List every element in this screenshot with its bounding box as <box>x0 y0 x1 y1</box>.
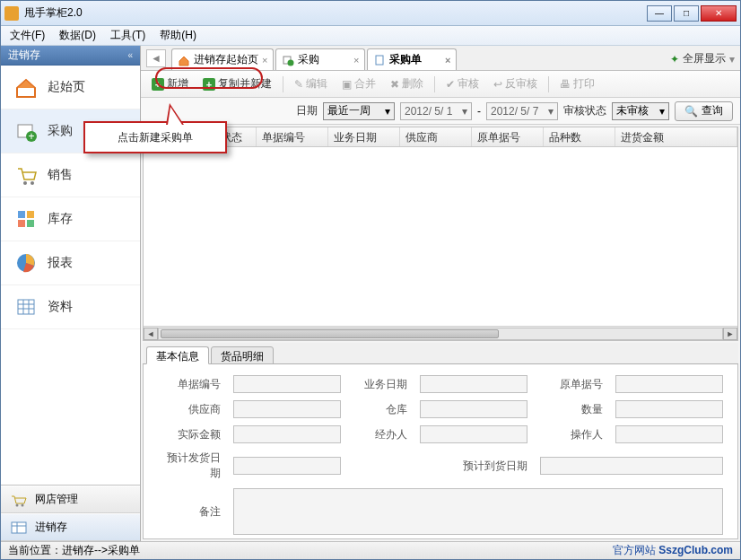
col-docno[interactable]: 单据编号 <box>257 127 328 146</box>
home-icon <box>178 54 190 66</box>
merge-button[interactable]: ▣合并 <box>338 74 379 93</box>
lbl-docno: 单据编号 <box>158 377 221 392</box>
tab-startpage[interactable]: 进销存起始页 × <box>171 48 274 70</box>
new-button[interactable]: +新增 <box>148 74 192 93</box>
lbl-origno: 原单据号 <box>540 377 603 392</box>
menu-help[interactable]: 帮助(H) <box>154 26 202 45</box>
search-button[interactable]: 🔍查询 <box>675 101 733 121</box>
nav-start-page[interactable]: 起始页 <box>1 66 140 109</box>
minimize-button[interactable]: — <box>647 5 672 22</box>
date-to-picker[interactable]: 2012/ 5/ 7▾ <box>486 102 558 120</box>
svg-text:+: + <box>28 130 34 143</box>
scroll-thumb[interactable] <box>161 329 499 338</box>
tab-back-button[interactable]: ◄ <box>146 49 166 67</box>
field-warehouse[interactable] <box>420 400 527 418</box>
delete-button[interactable]: ✖删除 <box>387 74 427 93</box>
fullscreen-button[interactable]: ✦ 全屏显示 ▾ <box>670 51 735 66</box>
field-docno[interactable] <box>233 375 341 393</box>
scroll-left-icon[interactable]: ◄ <box>144 328 158 340</box>
tab-purchase-order[interactable]: 采购单 × <box>367 48 457 70</box>
field-bizdate[interactable] <box>420 375 527 393</box>
status-select[interactable]: 未审核▾ <box>612 102 669 120</box>
col-amount[interactable]: 进货金额 <box>615 127 737 146</box>
unaudit-button[interactable]: ↩反审核 <box>490 74 541 93</box>
bottom-shop[interactable]: 网店管理 <box>1 486 140 513</box>
status-right[interactable]: 官方网站 SszgClub.com <box>613 543 733 558</box>
sidebar-header: 进销存 « <box>1 46 140 66</box>
h-scrollbar[interactable]: ◄ ► <box>144 326 737 340</box>
field-amount[interactable] <box>233 425 341 443</box>
menu-tool[interactable]: 工具(T) <box>105 26 151 45</box>
menu-bar: 文件(F) 数据(D) 工具(T) 帮助(H) <box>1 26 740 46</box>
chevron-down-icon: ▾ <box>659 105 665 118</box>
app-icon <box>4 6 19 21</box>
lbl-handler: 经办人 <box>353 427 407 442</box>
col-origno[interactable]: 原单据号 <box>472 127 544 146</box>
tab-close-icon[interactable]: × <box>262 55 267 66</box>
print-button[interactable]: 🖶打印 <box>556 74 598 93</box>
status-left: 当前位置：进销存-->采购单 <box>8 543 140 558</box>
edit-button[interactable]: ✎编辑 <box>291 74 331 93</box>
grid-header: 审核状态 单据编号 业务日期 供应商 原单据号 品种数 进货金额 <box>144 127 737 147</box>
bottom-label: 网店管理 <box>35 492 78 507</box>
copy-new-button[interactable]: +复制并新建 <box>199 74 275 93</box>
col-kinds[interactable]: 品种数 <box>544 127 615 146</box>
data-grid: 审核状态 单据编号 业务日期 供应商 原单据号 品种数 进货金额 ◄ ► <box>143 127 738 341</box>
field-qty[interactable] <box>615 400 723 418</box>
date-range-select[interactable]: 最近一周▾ <box>323 102 395 120</box>
nav-data[interactable]: 资料 <box>1 285 140 329</box>
field-handler[interactable] <box>420 425 527 443</box>
merge-icon: ▣ <box>342 78 352 91</box>
svg-rect-22 <box>376 56 383 65</box>
svg-rect-6 <box>27 211 34 218</box>
title-bar: 甩手掌柜2.0 — □ ✕ <box>1 1 740 26</box>
dash: - <box>477 105 481 118</box>
undo-icon: ↩ <box>493 78 502 91</box>
plus-icon: + <box>152 78 164 91</box>
annotation-callout: 点击新建采购单 <box>83 121 227 153</box>
field-planarrive[interactable] <box>540 457 723 475</box>
dtab-items[interactable]: 货品明细 <box>211 346 274 364</box>
menu-data[interactable]: 数据(D) <box>54 26 101 45</box>
nav-reports[interactable]: 报表 <box>1 241 140 285</box>
psi-icon <box>10 521 28 535</box>
tab-close-icon[interactable]: × <box>353 55 359 66</box>
maximize-button[interactable]: □ <box>674 5 699 22</box>
close-button[interactable]: ✕ <box>701 5 737 22</box>
tabs-row: ◄ 进销存起始页 × 采购 × 采购单 × ✦ <box>141 46 740 71</box>
date-from-picker[interactable]: 2012/ 5/ 1▾ <box>400 102 472 120</box>
svg-rect-17 <box>12 522 26 533</box>
tab-close-icon[interactable]: × <box>445 55 450 66</box>
nav-sales[interactable]: 销售 <box>1 153 140 197</box>
field-remark[interactable] <box>233 488 723 535</box>
dtab-basic[interactable]: 基本信息 <box>146 346 209 364</box>
col-bizdate[interactable]: 业务日期 <box>328 127 400 146</box>
sidebar-collapse-icon[interactable]: « <box>127 50 133 60</box>
lbl-planarrive: 预计到货日期 <box>353 459 527 474</box>
edit-icon: ✎ <box>294 78 303 91</box>
field-planship[interactable] <box>233 457 341 475</box>
pie-icon <box>13 250 39 276</box>
svg-rect-7 <box>18 220 25 227</box>
lbl-operator: 操作人 <box>540 427 603 442</box>
field-operator[interactable] <box>615 425 723 443</box>
lbl-amount: 实际金额 <box>158 427 221 442</box>
delete-icon: ✖ <box>390 78 399 91</box>
svg-point-21 <box>288 59 294 66</box>
col-supplier[interactable]: 供应商 <box>400 127 472 146</box>
tab-purchase[interactable]: 采购 × <box>275 48 365 70</box>
menu-file[interactable]: 文件(F) <box>4 26 50 45</box>
lbl-qty: 数量 <box>540 402 603 417</box>
bottom-psi[interactable]: 进销存 <box>1 513 140 541</box>
form-area: 单据编号 业务日期 原单据号 供应商 仓库 数量 实际金额 经办人 操作人 预计… <box>143 364 738 539</box>
field-origno[interactable] <box>615 375 723 393</box>
scroll-right-icon[interactable]: ► <box>723 328 737 340</box>
nav-inventory[interactable]: 库存 <box>1 197 140 241</box>
chevron-down-icon: ▾ <box>385 105 390 118</box>
lbl-supplier: 供应商 <box>158 402 221 417</box>
audit-button[interactable]: ✔审核 <box>442 74 483 93</box>
shop-icon <box>10 493 28 507</box>
table-icon <box>13 294 39 319</box>
grid-body[interactable] <box>144 147 737 326</box>
field-supplier[interactable] <box>233 400 341 418</box>
